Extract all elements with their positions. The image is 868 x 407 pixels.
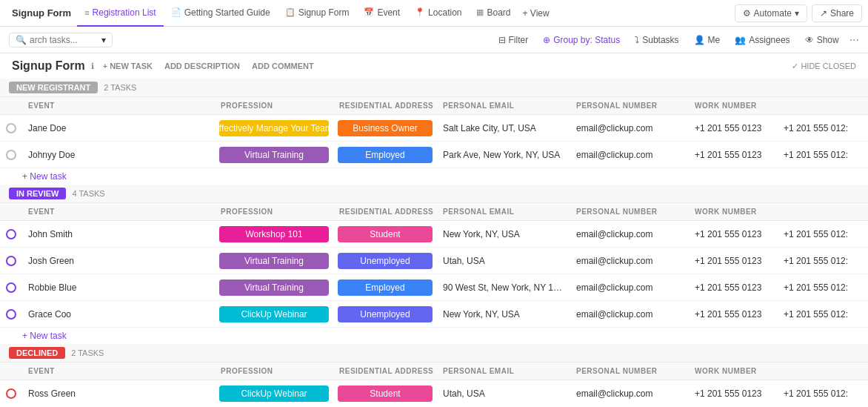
col-header-4: PERSONAL EMAIL — [437, 97, 570, 114]
checkbox-circle[interactable] — [6, 229, 16, 239]
profession-badge[interactable]: Employed — [338, 279, 433, 296]
info-icon[interactable]: ℹ — [91, 62, 94, 71]
event-cell: Virtual Training — [215, 277, 333, 299]
row-checkbox[interactable] — [0, 253, 22, 269]
add-view-button[interactable]: + View — [518, 8, 554, 19]
new-task-row[interactable]: + New task — [0, 168, 868, 185]
tab-getting-started[interactable]: 📄Getting Started Guide — [164, 0, 278, 27]
top-nav: Signup Form ≡Registration List📄Getting S… — [0, 0, 868, 27]
event-badge[interactable]: Virtual Training — [219, 147, 329, 163]
col-header-6: WORK NUMBER — [689, 203, 778, 220]
hide-closed-button[interactable]: ✓ HIDE CLOSED — [792, 62, 856, 71]
profession-cell: Student — [333, 223, 437, 245]
checkbox-circle[interactable] — [6, 256, 16, 266]
show-button[interactable]: 👁 Show — [801, 33, 844, 47]
event-badge[interactable]: Virtual Training — [219, 279, 329, 296]
profession-badge[interactable]: Student — [338, 386, 433, 402]
work-number-cell: +1 201 555 012: — [778, 147, 867, 163]
group-badge-new-registrant[interactable]: NEW REGISTRANT — [9, 82, 98, 93]
address-cell: Utah, USA — [437, 253, 570, 269]
event-badge[interactable]: Virtual Training — [219, 253, 329, 269]
table-row: Grace CooClickUp WebinarUnemployedNew Yo… — [0, 301, 868, 328]
event-badge[interactable]: Workshop 101 — [219, 226, 329, 242]
col-header-0 — [0, 363, 22, 380]
new-task-button[interactable]: + NEW TASK — [100, 60, 156, 72]
new-task-row[interactable]: + New task — [0, 328, 868, 344]
assignees-button[interactable]: 👥 Assignees — [730, 33, 794, 47]
group-by-button[interactable]: ⊕ Group by: Status — [538, 33, 624, 47]
task-name[interactable]: Johnyy Doe — [22, 147, 215, 163]
profession-cell: Student — [333, 383, 437, 405]
profession-badge[interactable]: Business Owner — [338, 120, 433, 136]
col-header-7 — [778, 363, 867, 380]
col-headers-in-review: EVENTPROFESSIONRESIDENTIAL ADDRESSPERSON… — [0, 202, 868, 221]
profession-badge[interactable]: Unemployed — [338, 306, 433, 322]
automate-button[interactable]: ⚙ Automate ▾ — [735, 4, 807, 22]
checkbox-circle[interactable] — [6, 123, 16, 133]
col-header-7 — [778, 203, 867, 220]
task-name[interactable]: John Smith — [22, 226, 215, 242]
group-icon: ⊕ — [543, 35, 550, 45]
profession-cell: Business Owner — [333, 117, 437, 139]
group-header-declined: DECLINED 2 TASKS — [0, 344, 868, 362]
row-checkbox[interactable] — [0, 306, 22, 322]
personal-number-cell: +1 201 555 0123 — [689, 386, 778, 402]
group-badge-declined[interactable]: DECLINED — [9, 347, 65, 359]
event-badge[interactable]: Effectively Manage Your Team! — [219, 120, 329, 136]
row-checkbox[interactable] — [0, 386, 22, 402]
me-button[interactable]: 👤 Me — [690, 33, 725, 47]
table-row: Josh GreenVirtual TrainingUnemployedUtah… — [0, 248, 868, 274]
profession-badge[interactable]: Student — [338, 226, 433, 242]
subtasks-button[interactable]: ⤵ Subtasks — [630, 33, 683, 47]
work-number-cell: +1 201 555 012: — [778, 226, 867, 242]
more-options-icon[interactable]: ··· — [849, 33, 859, 47]
add-comment-button[interactable]: ADD COMMENT — [249, 60, 317, 72]
col-headers-declined: EVENTPROFESSIONRESIDENTIAL ADDRESSPERSON… — [0, 362, 868, 380]
checkbox-circle[interactable] — [6, 150, 16, 160]
share-button[interactable]: ↗ Share — [812, 4, 862, 22]
tab-board[interactable]: ▦Board — [469, 0, 518, 27]
col-headers-new-registrant: EVENTPROFESSIONRESIDENTIAL ADDRESSPERSON… — [0, 96, 868, 115]
col-header-5: PERSONAL NUMBER — [570, 363, 689, 380]
task-name[interactable]: Josh Green — [22, 253, 215, 269]
task-name[interactable]: Grace Coo — [22, 306, 215, 322]
checkbox-circle[interactable] — [6, 282, 16, 293]
profession-badge[interactable]: Employed — [338, 147, 433, 163]
task-name[interactable]: Ross Green — [22, 386, 215, 402]
filter-button[interactable]: ⊟ Filter — [494, 33, 533, 47]
event-cell: Workshop 101 — [215, 223, 333, 245]
row-checkbox[interactable] — [0, 147, 22, 163]
personal-number-cell: +1 201 555 0123 — [689, 226, 778, 242]
col-header-1: EVENT — [22, 97, 215, 114]
checkbox-circle[interactable] — [6, 388, 16, 399]
tab-icon-event: 📅 — [364, 7, 374, 17]
checkbox-circle[interactable] — [6, 309, 16, 320]
row-checkbox[interactable] — [0, 226, 22, 242]
event-badge[interactable]: ClickUp Webinar — [219, 386, 329, 402]
tab-location[interactable]: 📍Location — [407, 0, 469, 27]
group-badge-in-review[interactable]: IN REVIEW — [9, 188, 66, 199]
row-checkbox[interactable] — [0, 279, 22, 296]
table-row: Ross GreenClickUp WebinarStudentUtah, US… — [0, 380, 868, 406]
toolbar-right: ⊟ Filter ⊕ Group by: Status ⤵ Subtasks 👤… — [494, 33, 860, 47]
row-checkbox[interactable] — [0, 120, 22, 136]
search-box[interactable]: 🔍 ▾ — [9, 33, 113, 47]
event-cell: Virtual Training — [215, 250, 333, 272]
tab-registration-list[interactable]: ≡Registration List — [77, 0, 163, 27]
email-cell: email@clickup.com — [570, 120, 689, 136]
task-name[interactable]: Jane Doe — [22, 120, 215, 136]
search-input[interactable] — [30, 35, 99, 45]
col-header-3: RESIDENTIAL ADDRESS — [333, 203, 437, 220]
add-description-button[interactable]: ADD DESCRIPTION — [161, 60, 243, 72]
task-name[interactable]: Robbie Blue — [22, 279, 215, 296]
table-container: NEW REGISTRANT 2 TASKS EVENTPROFESSIONRE… — [0, 79, 868, 406]
profession-badge[interactable]: Unemployed — [338, 253, 433, 269]
tab-signup-form[interactable]: 📋Signup Form — [278, 0, 357, 27]
event-badge[interactable]: ClickUp Webinar — [219, 306, 329, 322]
toolbar: 🔍 ▾ ⊟ Filter ⊕ Group by: Status ⤵ Subtas… — [0, 27, 868, 53]
tab-event[interactable]: 📅Event — [356, 0, 407, 27]
personal-number-cell: +1 201 555 0123 — [689, 120, 778, 136]
work-number-cell: +1 201 555 012: — [778, 386, 867, 402]
tab-icon-getting-started: 📄 — [171, 7, 181, 17]
event-cell: Effectively Manage Your Team! — [215, 117, 333, 139]
